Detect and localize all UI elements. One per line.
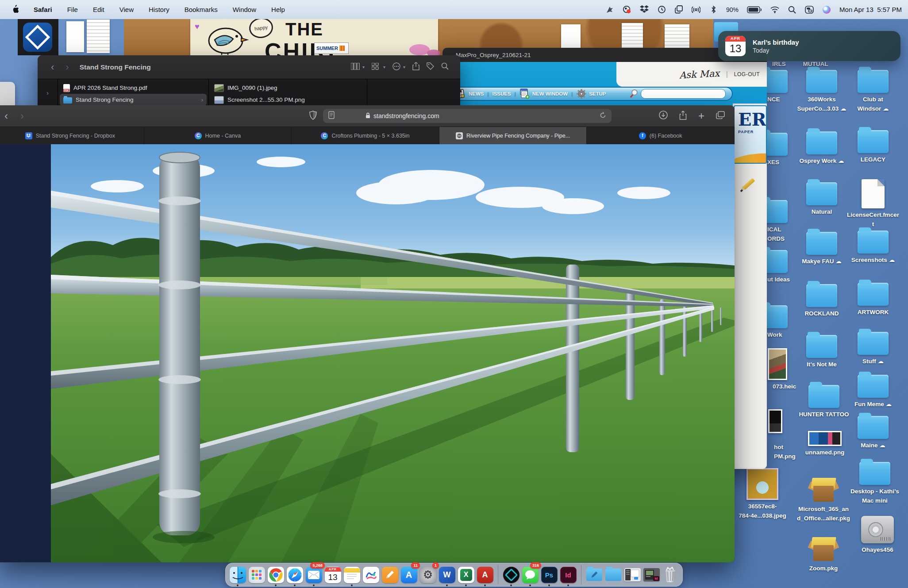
dock-item-launchpad[interactable] bbox=[248, 563, 265, 586]
dock-item-minimized-window-indesign[interactable]: Id bbox=[643, 563, 660, 586]
remote-access-icon[interactable] bbox=[605, 5, 614, 14]
desktop-item-rockland[interactable]: ROCKLAND bbox=[795, 284, 848, 319]
dock-item-mail[interactable]: 5,268 bbox=[305, 563, 322, 586]
desktop-item-microsoft-365-an[interactable]: Microsoft_365_and_Office...aller.pkg bbox=[797, 477, 850, 523]
downloads-icon[interactable] bbox=[659, 111, 668, 121]
siri-icon[interactable] bbox=[822, 5, 831, 14]
reload-icon[interactable] bbox=[600, 112, 606, 120]
finder-file-row[interactable]: Screenshot 2...55.30 PM.png bbox=[211, 94, 365, 106]
wifi-icon[interactable] bbox=[770, 5, 779, 14]
dock-item-acrobat[interactable]: A bbox=[477, 563, 493, 586]
group-view-icon[interactable] bbox=[372, 63, 381, 72]
desktop-item-makye-fau[interactable]: Makye FAU ☁ bbox=[795, 232, 848, 266]
more-actions-icon[interactable] bbox=[392, 62, 400, 72]
desktop-item-screenshots[interactable]: Screenshots ☁ bbox=[846, 231, 900, 265]
desktop-item-fun-meme[interactable]: Fun Meme ☁ bbox=[846, 375, 900, 409]
meeting-status-icon[interactable] bbox=[623, 5, 631, 14]
desktop-item-club-at[interactable]: Club atWindsor ☁ bbox=[846, 70, 900, 114]
dock-item-chrome[interactable] bbox=[267, 563, 284, 586]
reader-icon[interactable] bbox=[328, 111, 335, 121]
column-view-icon[interactable] bbox=[351, 63, 360, 72]
dock-item-finder[interactable] bbox=[229, 563, 246, 586]
dock-item-folder-documents[interactable] bbox=[605, 563, 622, 586]
address-bar[interactable]: standstrongfencing.com bbox=[323, 109, 612, 123]
desktop-item-stuff[interactable]: Stuff ☁ bbox=[846, 332, 900, 366]
copy-clipboard-icon[interactable] bbox=[674, 5, 683, 14]
chevron-down-icon[interactable]: ▾ bbox=[383, 65, 385, 69]
desktop-item-osprey-work[interactable]: Osprey Work ☁ bbox=[795, 131, 848, 166]
dock-item-safari[interactable] bbox=[286, 563, 303, 586]
desktop-item-artwork[interactable]: ARTWORK bbox=[846, 283, 900, 317]
dock-item-notes[interactable] bbox=[343, 563, 360, 586]
dock-item-photoshop[interactable]: Ps bbox=[541, 563, 558, 586]
menu-bookmarks[interactable]: Bookmarks bbox=[185, 6, 218, 13]
back-button[interactable]: ‹ bbox=[51, 61, 54, 73]
time-machine-icon[interactable] bbox=[657, 5, 666, 14]
safari-tab-5[interactable]: f(6) Facebook bbox=[587, 127, 735, 144]
notification-banner[interactable]: APR 13 Karl’s birthday Today bbox=[718, 31, 900, 61]
control-center-icon[interactable] bbox=[805, 5, 814, 14]
dock-item-settings[interactable]: ⚙1 bbox=[419, 563, 436, 586]
desktop-item-hunter-tattoo[interactable]: HUNTER TATTOO bbox=[797, 385, 850, 419]
menu-edit[interactable]: Edit bbox=[93, 6, 104, 13]
bluetooth-icon[interactable] bbox=[709, 5, 718, 14]
dropbox-icon[interactable] bbox=[640, 5, 649, 14]
menu-help[interactable]: Help bbox=[271, 6, 285, 13]
column-disclosure[interactable]: › bbox=[38, 79, 58, 106]
dock-item-word[interactable]: W bbox=[439, 563, 455, 586]
pencil-icon[interactable] bbox=[737, 172, 762, 196]
airdrop-icon[interactable] bbox=[692, 5, 700, 14]
menu-bar-clock[interactable]: Mon Apr 13 5:57 PM bbox=[839, 6, 902, 13]
desktop-item-zoom-pkg[interactable]: Zoom.pkg bbox=[797, 536, 850, 573]
dock-item-indesign[interactable]: Id bbox=[560, 563, 577, 586]
safari-tab-3[interactable]: CCroftons Plumbing - 5 × 3.635in bbox=[292, 127, 439, 144]
share-icon[interactable] bbox=[412, 62, 419, 72]
desktop-item-licensecert-fmcer[interactable]: LicenseCert.fmcert bbox=[846, 179, 900, 229]
desktop-item-36557ec8-[interactable]: 36557ec8-784-4e...038.jpeg bbox=[736, 468, 789, 521]
finder-file-row[interactable]: APR 2026 Stand Strong.pdf bbox=[60, 82, 207, 94]
menu-view[interactable]: View bbox=[119, 6, 134, 13]
forward-button[interactable]: › bbox=[65, 61, 69, 73]
dock-item-pages[interactable] bbox=[381, 563, 398, 586]
spotlight-icon[interactable] bbox=[788, 5, 796, 14]
menu-window[interactable]: Window bbox=[233, 6, 256, 13]
desktop-item-unnamed-png[interactable]: unnamed.png bbox=[798, 431, 851, 457]
search-icon[interactable] bbox=[441, 62, 449, 72]
desktop-item-360works[interactable]: 360WorksSuperCo...3.03 ☁ bbox=[795, 70, 848, 114]
apple-menu[interactable] bbox=[12, 5, 19, 15]
fm-nav-new-window[interactable]: NEW WINDOW bbox=[519, 88, 568, 99]
desktop-item-it-s-not-me[interactable]: It’s Not Me bbox=[795, 335, 848, 369]
active-app-menu[interactable]: Safari bbox=[34, 6, 52, 13]
tab-overview-icon[interactable] bbox=[716, 111, 725, 121]
forward-button[interactable]: › bbox=[20, 110, 24, 122]
dock-item-calendar[interactable]: APR13 bbox=[324, 563, 341, 586]
fm-search-input[interactable] bbox=[641, 89, 726, 99]
tag-icon[interactable] bbox=[427, 62, 434, 72]
safari-tab-2[interactable]: CHome - Canva bbox=[144, 127, 292, 144]
dock-item-freeform[interactable] bbox=[362, 563, 379, 586]
chevron-down-icon[interactable]: ▾ bbox=[362, 65, 365, 69]
dock-item-trash[interactable] bbox=[662, 563, 679, 586]
chevron-down-icon[interactable]: ▾ bbox=[403, 65, 405, 69]
privacy-shield-icon[interactable] bbox=[309, 111, 317, 122]
finder-file-row[interactable]: IMG_0090 (1).jpeg bbox=[211, 82, 365, 94]
menu-history[interactable]: History bbox=[149, 6, 169, 13]
dock-item-excel[interactable]: X bbox=[458, 563, 474, 586]
dock-item-minimized-window[interactable] bbox=[624, 563, 641, 586]
desktop-item-natural[interactable]: Natural bbox=[795, 182, 848, 217]
new-tab-icon[interactable]: + bbox=[698, 110, 704, 122]
dock-item-filemaker[interactable] bbox=[503, 563, 519, 586]
safari-tab-1[interactable]: Stand Strong Fencing - Dropbox bbox=[0, 127, 144, 144]
ask-max-button[interactable]: Ask Max bbox=[679, 68, 720, 81]
share-icon[interactable] bbox=[679, 111, 687, 122]
fm-nav-issues[interactable]: ISSUES bbox=[492, 91, 511, 96]
finder-file-row[interactable]: Stand Strong Fencing› bbox=[60, 94, 207, 106]
desktop-item-desktop-kathi-s[interactable]: Desktop - Kathi’sMac mini bbox=[848, 462, 901, 506]
desktop-item-legacy[interactable]: LEGACY bbox=[846, 130, 900, 165]
dock-item-messages[interactable]: 316 bbox=[522, 563, 539, 586]
search-icon[interactable] bbox=[629, 88, 639, 99]
safari-tab-4[interactable]: Riverview Pipe Fencing Company - Pipe... bbox=[439, 127, 587, 144]
desktop-item-ohayes456[interactable]: Ohayes456 bbox=[851, 516, 904, 555]
dock-item-folder-apps[interactable] bbox=[586, 563, 603, 586]
logout-button[interactable]: LOG-OUT bbox=[734, 71, 760, 77]
